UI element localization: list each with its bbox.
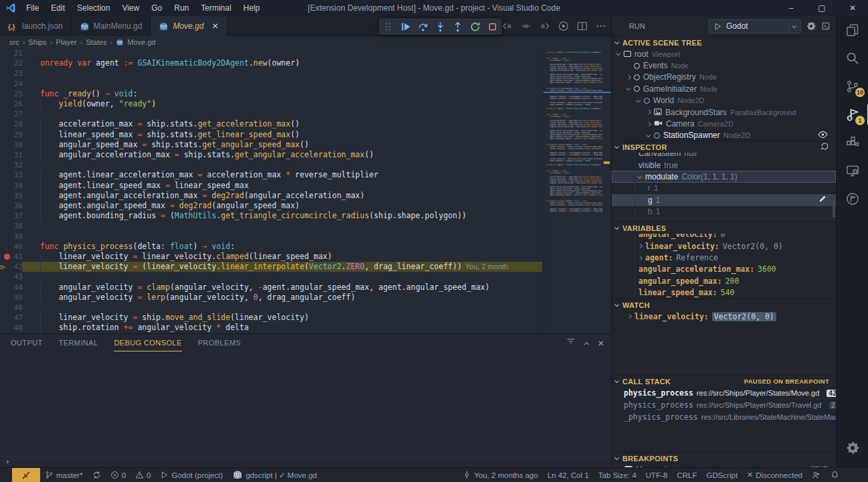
code-line[interactable]: 36 agent.angular_speed_max = deg2rad(ang… — [0, 201, 611, 211]
code-line[interactable]: 32 — [0, 160, 611, 170]
menu-view[interactable]: View — [116, 0, 145, 16]
active-scene-tree-header[interactable]: ACTIVE SCENE TREE — [612, 37, 836, 48]
step-out-button[interactable] — [452, 21, 464, 33]
code-line[interactable]: 30 angular_speed_max = ship.stats.get_an… — [0, 140, 611, 150]
activity-extensions[interactable] — [837, 129, 868, 157]
continue-button[interactable] — [400, 21, 412, 33]
variable-row[interactable]: angular_acceleration_max:3600 — [612, 264, 836, 275]
status-feedback[interactable] — [807, 468, 826, 482]
scene-node-backgroundstars[interactable]: BackgroundStarsParallaxBackground — [612, 106, 836, 118]
activity-settings[interactable] — [837, 434, 868, 462]
menu-go[interactable]: Go — [145, 0, 168, 16]
breadcrumb-item[interactable]: Player — [56, 38, 77, 46]
refresh-icon[interactable] — [820, 142, 829, 152]
breadcrumb-item[interactable]: Ships — [28, 38, 47, 46]
chevron-right-icon[interactable] — [646, 121, 651, 126]
restart-button[interactable] — [469, 21, 481, 33]
debug-console-input[interactable]: › — [0, 457, 611, 467]
code-line[interactable]: 41 linear_velocity = linear_velocity.cla… — [0, 252, 611, 262]
code-line[interactable]: 37 agent.bounding_radius = (MathUtils.ge… — [0, 211, 611, 221]
code-line[interactable]: 24 — [0, 79, 611, 89]
activity-godot-screen[interactable] — [837, 157, 868, 185]
code-line[interactable]: 39 — [0, 232, 611, 242]
breadcrumb[interactable]: src›Ships›Player›States›Move.gd — [0, 36, 611, 48]
watch-row[interactable]: linear_velocity:Vector2(0, 0) — [612, 311, 836, 322]
breakpoints-header[interactable]: BREAKPOINTS — [612, 453, 836, 464]
start-debug-icon[interactable] — [713, 22, 722, 31]
prev-change-icon[interactable] — [501, 20, 513, 32]
step-over-button[interactable] — [417, 21, 429, 33]
chevron-down-icon[interactable] — [636, 98, 640, 102]
code-line[interactable]: 29 linear_speed_max = ship.stats.get_lin… — [0, 130, 611, 140]
code-line[interactable]: 27 — [0, 109, 611, 119]
panel-tab-problems[interactable]: PROBLEMS — [198, 334, 241, 351]
close-button[interactable]: ✕ — [837, 0, 868, 16]
scene-node-stationspawner[interactable]: StationSpawnerNode2D — [612, 130, 836, 141]
chevron-right-icon[interactable] — [638, 256, 642, 260]
variable-row[interactable]: linear_speed_max:540 — [612, 287, 836, 299]
watch-header[interactable]: WATCH — [612, 299, 836, 311]
close-panel-icon[interactable]: ✕ — [598, 337, 604, 349]
status-warning[interactable]: 0 — [131, 468, 155, 482]
code-line[interactable]: 22onready var agent := GSAIKinematicBody… — [0, 58, 611, 68]
debug-config-dropdown[interactable]: Godot — [709, 19, 801, 33]
inspector-row-modulate[interactable]: modulateColor(1, 1, 1, 1) — [612, 171, 836, 182]
code-line[interactable]: 43 — [0, 272, 611, 282]
tab-mainmenu-gd[interactable]: MainMenu.gd — [72, 16, 151, 36]
menu-selection[interactable]: Selection — [71, 0, 116, 16]
scene-node-camera[interactable]: CameraCamera2D — [612, 118, 836, 129]
code-line[interactable]: 40func physics_process(delta: float) → v… — [0, 242, 611, 252]
code-line[interactable]: ▷You, 2 month42 linear_velocity = (linea… — [0, 262, 611, 272]
minimap[interactable]: onready var agent := GSAIKinematicBody2D… — [543, 48, 602, 333]
activity-test-flag[interactable] — [837, 185, 868, 213]
chevron-down-icon[interactable] — [616, 51, 620, 56]
panel-tab-debug-console[interactable]: DEBUG CONSOLE — [114, 334, 181, 351]
inspector-header[interactable]: INSPECTOR — [612, 141, 836, 153]
code-line[interactable]: 44 angular_velocity = clamp(angular_velo… — [0, 283, 611, 293]
stop-button[interactable] — [487, 21, 499, 33]
chevron-right-icon[interactable] — [627, 314, 632, 319]
code-line[interactable]: 33 agent.linear_acceleration_max = accel… — [0, 170, 611, 180]
more-actions-icon[interactable] — [595, 20, 607, 32]
panel-tab-terminal[interactable]: TERMINAL — [59, 334, 98, 351]
inspector-row-canvasitem[interactable]: Canvasitemnull — [612, 153, 836, 159]
open-debug-console-icon[interactable] — [821, 21, 831, 31]
stack-frame[interactable]: physics_processres://src/Ships/Player/St… — [612, 387, 836, 399]
chevron-right-icon[interactable] — [638, 244, 642, 248]
maximize-panel-icon[interactable] — [585, 337, 588, 349]
variable-row[interactable]: angular_velocity:0 — [612, 234, 836, 240]
scene-node-objectregistry[interactable]: ObjectRegistryNode — [612, 72, 836, 83]
maximize-button[interactable]: ▢ — [806, 0, 837, 16]
code-line[interactable]: 34 agent.linear_speed_max = linear_speed… — [0, 181, 611, 191]
code-line[interactable]: 31 angular_acceleration_max = ship.stats… — [0, 150, 611, 160]
status-crlf[interactable]: CRLF — [672, 468, 701, 482]
scene-node-gameinitializer[interactable]: GameInitializerNode — [612, 83, 836, 94]
status-ln-42-col-1[interactable]: Ln 42, Col 1 — [543, 468, 594, 482]
minimize-button[interactable]: – — [776, 0, 806, 16]
code-line[interactable]: 21 — [0, 48, 611, 58]
tab-move-gd[interactable]: Move.gd✕ — [151, 16, 227, 36]
status-utf-8[interactable]: UTF-8 — [641, 468, 673, 482]
stack-frame[interactable]: physics_processres://src/Ships/Player/St… — [612, 399, 836, 411]
menu-run[interactable]: Run — [168, 0, 195, 16]
chevron-down-icon[interactable] — [626, 86, 630, 91]
menu-file[interactable]: File — [20, 0, 45, 16]
status-play-outline[interactable]: Godot (project) — [155, 468, 228, 482]
inspector-row-visible[interactable]: visibletrue — [612, 159, 836, 171]
scene-node-events[interactable]: EventsNode — [612, 60, 836, 71]
code-line[interactable]: 35 agent.angular_acceleration_max = deg2… — [0, 191, 611, 201]
status-bell[interactable] — [826, 468, 844, 482]
call-stack-header[interactable]: CALL STACKPAUSED ON BREAKPOINT — [612, 376, 836, 387]
breadcrumb-item[interactable]: Move.gd — [127, 38, 155, 46]
activity-files[interactable] — [837, 16, 868, 44]
variable-row[interactable]: agent:Reference — [612, 252, 836, 263]
inspector-row-b[interactable]: b1 — [612, 206, 836, 218]
chevron-down-icon[interactable] — [646, 133, 650, 137]
code-line[interactable]: 48 ship.rotation += angular_velocity * d… — [0, 323, 611, 333]
filter-icon[interactable] — [566, 337, 576, 349]
code-line[interactable]: 23 — [0, 68, 611, 78]
inspector-row-g[interactable]: g1 — [612, 194, 836, 206]
variable-row[interactable]: angular_speed_max:200 — [612, 275, 836, 287]
code-editor[interactable]: 2122onready var agent := GSAIKinematicBo… — [0, 48, 611, 333]
scrollbar-thumb[interactable] — [833, 200, 835, 218]
